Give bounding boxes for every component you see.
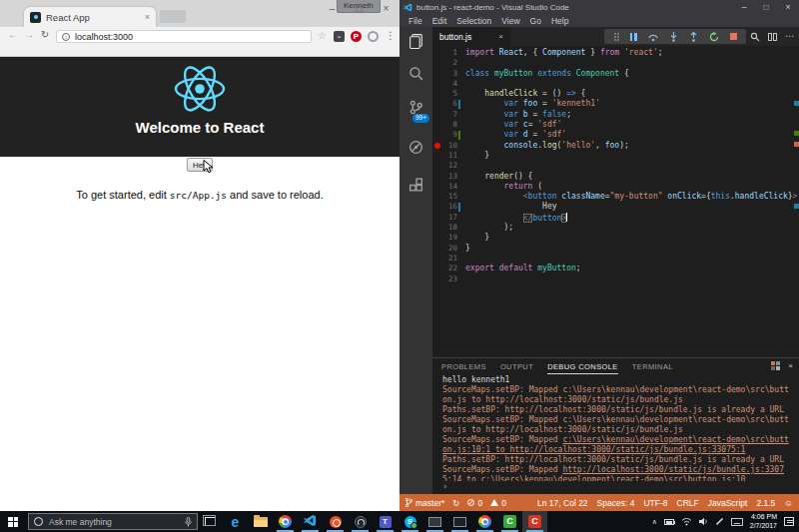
menu-edit[interactable]: Edit <box>427 16 452 26</box>
breakpoint-gutter[interactable] <box>432 58 442 68</box>
battery-icon[interactable] <box>664 519 674 525</box>
breakpoint-gutter[interactable] <box>432 69 442 79</box>
debug-icon[interactable] <box>407 139 424 156</box>
action-center-icon[interactable] <box>784 517 794 526</box>
forward-icon[interactable]: → <box>22 29 36 40</box>
pause-icon[interactable] <box>630 33 637 41</box>
breakpoint-gutter[interactable] <box>432 202 442 212</box>
minimize-button[interactable]: – <box>319 0 346 18</box>
pocket-extension-icon[interactable]: ⌄ <box>334 31 345 42</box>
breakpoint-gutter[interactable] <box>432 192 442 202</box>
overview-ruler[interactable] <box>794 46 799 357</box>
taskbar-camtasia[interactable]: C <box>497 511 522 532</box>
explorer-icon[interactable] <box>407 33 424 50</box>
clock[interactable]: 4:06 PM 2/7/2017 <box>750 513 777 530</box>
close-panel-icon[interactable]: × <box>788 361 793 370</box>
warnings-item[interactable]: 0 <box>490 498 506 508</box>
back-icon[interactable]: ← <box>6 29 20 40</box>
code-editor[interactable]: 1import React, { Component } from 'react… <box>432 46 799 357</box>
split-editor-icon[interactable] <box>768 33 778 41</box>
tray-expand-icon[interactable]: ∧ <box>652 518 657 526</box>
breakpoint-gutter[interactable] <box>432 213 442 223</box>
breakpoint-gutter[interactable] <box>432 274 442 284</box>
tab-close-icon[interactable]: × <box>498 32 503 41</box>
volume-icon[interactable] <box>699 517 708 526</box>
taskbar-chrome[interactable] <box>273 511 298 532</box>
status-utf-8[interactable]: UTF-8 <box>643 498 667 508</box>
feedback-smiley-icon[interactable]: ☺ <box>784 498 793 508</box>
extensions-icon[interactable] <box>407 177 424 194</box>
taskbar-edge[interactable]: e <box>223 511 248 532</box>
breakpoint-gutter[interactable] <box>432 89 442 99</box>
breakpoint-gutter[interactable] <box>432 172 442 182</box>
breakpoint-icon[interactable] <box>434 143 440 149</box>
maximize-button[interactable]: □ <box>755 0 777 14</box>
pen-icon[interactable] <box>715 517 724 526</box>
search-icon[interactable] <box>407 65 424 82</box>
taskbar-chrome-2[interactable] <box>472 511 497 532</box>
bookmark-star-icon[interactable]: ☆ <box>318 30 327 41</box>
step-into-icon[interactable] <box>669 32 678 42</box>
drag-grip-icon[interactable] <box>614 33 619 41</box>
menu-view[interactable]: View <box>496 16 524 26</box>
breakpoint-gutter[interactable] <box>432 48 442 58</box>
start-button[interactable] <box>0 511 26 532</box>
minimize-button[interactable]: – <box>733 0 755 14</box>
status-javascript[interactable]: JavaScript <box>708 498 748 508</box>
stop-icon[interactable] <box>730 33 737 40</box>
taskbar-camtasia-recorder[interactable]: C <box>522 511 547 532</box>
page-info-icon[interactable]: i <box>62 33 70 41</box>
breakpoint-gutter[interactable] <box>432 254 442 264</box>
taskbar-teams[interactable]: T <box>373 511 398 532</box>
status-2-1-5[interactable]: 2.1.5 <box>756 498 775 508</box>
panel-filter-icon[interactable] <box>771 361 780 370</box>
step-over-icon[interactable] <box>648 32 658 42</box>
breakpoint-gutter[interactable] <box>432 244 442 254</box>
tab-buttonjs[interactable]: button.js × <box>432 27 510 46</box>
git-branch-item[interactable]: master* <box>405 498 444 508</box>
chrome-menu-icon[interactable]: ⋮ <box>386 30 396 41</box>
debug-console-input[interactable]: › <box>432 481 799 494</box>
wifi-icon[interactable] <box>681 517 692 526</box>
refresh-icon[interactable]: ↻ <box>38 29 52 40</box>
breakpoint-gutter[interactable] <box>432 182 442 192</box>
errors-item[interactable]: 0 <box>467 498 482 508</box>
browser-tab[interactable]: React App × <box>24 7 156 27</box>
chrome-titlebar[interactable]: React App × Kenneth – □ × <box>0 0 400 27</box>
taskbar-window-thumb-1[interactable] <box>422 511 447 532</box>
keyboard-icon[interactable] <box>731 518 743 526</box>
restart-icon[interactable] <box>709 32 719 42</box>
address-bar[interactable]: i localhost:3000 <box>56 30 312 43</box>
close-button[interactable]: × <box>373 0 400 18</box>
breakpoint-gutter[interactable] <box>432 151 442 161</box>
taskbar-vscode[interactable] <box>298 511 323 532</box>
taskbar-file-explorer[interactable] <box>248 511 273 532</box>
step-out-icon[interactable] <box>689 32 698 42</box>
tab-close-icon[interactable]: × <box>145 12 150 22</box>
breakpoint-gutter[interactable] <box>432 223 442 233</box>
vscode-titlebar[interactable]: button.js - react-demo - Visual Studio C… <box>400 0 799 14</box>
panel-tab-output[interactable]: OUTPUT <box>500 359 533 374</box>
breakpoint-gutter[interactable] <box>432 130 442 140</box>
menu-selection[interactable]: Selection <box>451 16 496 26</box>
status-spaces-4[interactable]: Spaces: 4 <box>597 498 635 508</box>
breakpoint-gutter[interactable] <box>432 233 442 243</box>
breakpoint-gutter[interactable] <box>432 141 442 151</box>
panel-tab-problems[interactable]: PROBLEMS <box>441 359 486 374</box>
maximize-button[interactable]: □ <box>346 0 373 18</box>
menu-go[interactable]: Go <box>525 16 546 26</box>
taskbar-app-circle[interactable] <box>348 511 373 532</box>
breakpoint-gutter[interactable] <box>432 110 442 120</box>
new-tab-button[interactable] <box>160 10 186 23</box>
breakpoint-gutter[interactable] <box>432 79 442 89</box>
open-preview-icon[interactable] <box>750 32 760 42</box>
url-text[interactable]: localhost:3000 <box>75 32 133 42</box>
menu-file[interactable]: File <box>403 16 427 26</box>
debug-console-output[interactable]: hello kenneth1SourceMaps.setBP: Mapped c… <box>432 374 799 481</box>
sync-icon[interactable]: ↻ <box>452 498 459 508</box>
taskbar-task-view[interactable] <box>198 511 223 532</box>
pinterest-extension-icon[interactable]: P <box>351 31 362 42</box>
cortana-search[interactable]: Ask me anything <box>28 513 198 530</box>
microphone-icon[interactable] <box>185 517 192 527</box>
extension-icon[interactable] <box>368 31 379 42</box>
